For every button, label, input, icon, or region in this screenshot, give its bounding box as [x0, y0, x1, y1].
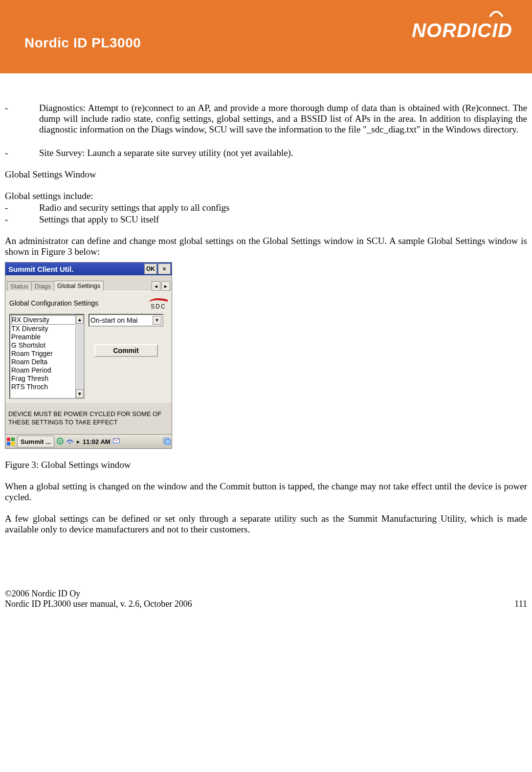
- svg-rect-2: [7, 442, 10, 445]
- close-button[interactable]: ×: [158, 264, 171, 274]
- figure-screenshot: Summit Client Util. OK × Status Diags Gl…: [5, 262, 172, 449]
- ok-button[interactable]: OK: [144, 264, 157, 274]
- global-settings-include: Global settings include:: [5, 191, 527, 201]
- dropdown-value: On-start on Mai: [90, 316, 137, 324]
- commit-button[interactable]: Commit: [94, 344, 158, 357]
- brand-logo: NORDICID: [412, 20, 512, 42]
- list-item[interactable]: G Shortslot: [11, 341, 83, 350]
- list-item[interactable]: RTS Throch: [11, 383, 83, 391]
- bullet-dash: -: [5, 214, 39, 225]
- figure-caption: Figure 3: Global Settings window: [5, 460, 527, 470]
- bullet-gs1: - Radio and security settings that apply…: [5, 202, 527, 213]
- footer-manual: Nordic ID PL3000 user manual, v. 2.6, Oc…: [5, 599, 527, 609]
- bullet-text: Site Survey: Launch a separate site surv…: [39, 148, 527, 158]
- svg-rect-0: [7, 438, 10, 441]
- window-title: Summit Client Util.: [8, 265, 73, 273]
- scroll-up-icon[interactable]: ▲: [76, 315, 84, 324]
- tray-wifi-icon[interactable]: [66, 437, 74, 446]
- bullet-text: Settings that apply to SCU itself: [39, 214, 527, 225]
- tab-status[interactable]: Status: [7, 281, 32, 291]
- bullet-gs2: - Settings that apply to SCU itself: [5, 214, 527, 225]
- list-item[interactable]: RX Diversity: [11, 315, 83, 325]
- svg-rect-3: [11, 442, 15, 445]
- bullet-text: Diagnostics: Attempt to (re)connect to a…: [39, 103, 527, 135]
- tray-expand-icon[interactable]: ►: [76, 439, 81, 444]
- panel: Global Configuration Settings SDC RX Div…: [5, 291, 172, 403]
- sdc-text: SDC: [149, 303, 168, 310]
- list-item[interactable]: TX Diversity: [11, 325, 83, 333]
- windows-start-icon[interactable]: [6, 437, 15, 446]
- bullet-sitesurvey: - Site Survey: Launch a separate site su…: [5, 148, 527, 158]
- page-footer: ©2006 Nordic ID Oy Nordic ID PL3000 user…: [0, 589, 532, 614]
- tray-network-icon[interactable]: [56, 437, 64, 446]
- tray-window-icon[interactable]: [163, 437, 171, 446]
- list-item[interactable]: Preamble: [11, 333, 83, 341]
- tab-diags[interactable]: Diags: [31, 281, 54, 291]
- bullet-dash: -: [5, 202, 39, 213]
- page-header: Nordic ID PL3000 NORDICID: [0, 0, 532, 73]
- bullet-dash: -: [5, 148, 39, 158]
- list-item[interactable]: Roam Delta: [11, 358, 83, 366]
- svg-rect-8: [165, 440, 170, 444]
- settings-listbox[interactable]: RX Diversity TX Diversity Preamble G Sho…: [9, 314, 85, 399]
- listbox-scrollbar[interactable]: ▲ ▼: [75, 315, 84, 398]
- tab-global-settings[interactable]: Global Settings: [54, 281, 104, 291]
- taskbar-app-button[interactable]: Summit ...: [17, 436, 54, 447]
- list-item[interactable]: Roam Trigger: [11, 350, 83, 358]
- para-admin: An administrator can define and change m…: [5, 236, 527, 257]
- tray-desktop-icon[interactable]: [112, 437, 120, 446]
- page-number: 111: [514, 599, 527, 609]
- tab-row: Status Diags Global Settings ◄ ►: [5, 275, 172, 291]
- bullet-text: Radio and security settings that apply t…: [39, 202, 527, 213]
- para-commit: When a global setting is changed on the …: [5, 481, 527, 503]
- taskbar: Summit ... ► 11:02 AM: [5, 434, 172, 448]
- window-titlebar: Summit Client Util. OK ×: [5, 263, 172, 275]
- tray-clock[interactable]: 11:02 AM: [83, 438, 111, 445]
- page-content: - Diagnostics: Attempt to (re)connect to…: [0, 73, 532, 540]
- heading-global-settings-window: Global Settings Window: [5, 169, 527, 180]
- bullet-dash: -: [5, 103, 39, 135]
- header-title: Nordic ID PL3000: [24, 35, 141, 51]
- config-title: Global Configuration Settings: [9, 299, 98, 307]
- list-item[interactable]: Frag Thresh: [11, 375, 83, 383]
- value-dropdown[interactable]: On-start on Mai ▼: [89, 314, 163, 327]
- para-few: A few global settings can be defined or …: [5, 513, 527, 535]
- chevron-down-icon[interactable]: ▼: [153, 316, 161, 325]
- warning-text: DEVICE MUST BE POWER CYCLED FOR SOME OF …: [5, 403, 172, 434]
- tab-scroll-right-icon[interactable]: ►: [161, 281, 170, 291]
- bullet-diagnostics: - Diagnostics: Attempt to (re)connect to…: [5, 103, 527, 135]
- footer-copyright: ©2006 Nordic ID Oy: [5, 589, 527, 599]
- svg-point-5: [69, 442, 71, 443]
- list-item[interactable]: Roam Period: [11, 366, 83, 375]
- svg-rect-1: [11, 438, 15, 441]
- scroll-down-icon[interactable]: ▼: [76, 389, 84, 398]
- tab-scroll-left-icon[interactable]: ◄: [152, 281, 160, 291]
- sdc-logo: SDC: [149, 296, 168, 310]
